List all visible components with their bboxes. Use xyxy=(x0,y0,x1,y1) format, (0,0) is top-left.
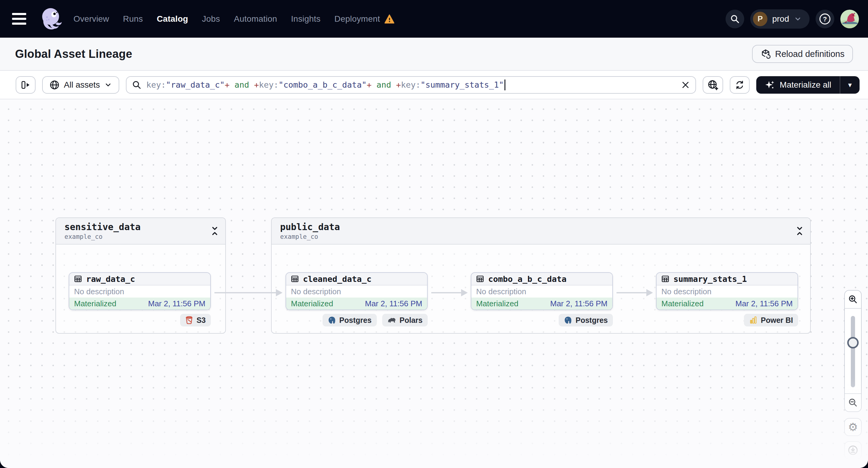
nav-item-jobs[interactable]: Jobs xyxy=(202,14,220,24)
zoom-slider-handle[interactable] xyxy=(847,337,859,348)
postgres-icon xyxy=(564,316,572,324)
nav-item-deployment-label: Deployment xyxy=(334,14,380,24)
help-button[interactable]: ? xyxy=(815,10,834,28)
nav-item-overview[interactable]: Overview xyxy=(73,14,109,24)
materialization-timestamp[interactable]: Mar 2, 11:56 PM xyxy=(148,299,206,308)
top-nav-right: P prod ? xyxy=(725,9,859,29)
user-avatar[interactable] xyxy=(840,10,859,28)
nav-item-deployment[interactable]: Deployment xyxy=(334,14,394,24)
status-badge: Materialized xyxy=(476,299,518,308)
tag-label: Polars xyxy=(400,316,423,325)
download-image-button[interactable] xyxy=(844,441,862,459)
collapse-group-icon[interactable] xyxy=(211,226,219,237)
tag-label: Postgres xyxy=(339,316,372,325)
asset-node-header: cleaned_data_c xyxy=(286,273,427,285)
graph-settings-button[interactable]: ⚙ xyxy=(844,418,862,436)
chevron-down-icon xyxy=(794,15,802,23)
collapse-group-icon[interactable] xyxy=(796,226,804,237)
asset-selection-input[interactable]: key:"raw_data_c"+ and +key:"combo_a_b_c_… xyxy=(126,76,696,94)
lineage-toolbar: All assets key:"raw_data_c"+ and +key:"c… xyxy=(0,71,868,99)
nav-item-automation[interactable]: Automation xyxy=(234,14,277,24)
s3-icon xyxy=(185,316,193,324)
global-search-button[interactable] xyxy=(725,10,744,28)
nav-item-catalog[interactable]: Catalog xyxy=(157,14,188,24)
zoom-slider-track[interactable] xyxy=(851,316,855,387)
lineage-edge xyxy=(214,292,276,293)
asset-name: raw_data_c xyxy=(86,274,135,284)
hamburger-menu-icon[interactable] xyxy=(12,9,31,29)
polars-icon xyxy=(387,316,396,324)
reload-definitions-button[interactable]: Reload definitions xyxy=(752,45,853,63)
top-nav: Overview Runs Catalog Jobs Automation In… xyxy=(0,0,868,38)
asset-scope-dropdown[interactable]: All assets xyxy=(42,76,119,94)
asset-name: summary_stats_1 xyxy=(674,274,747,284)
tag-s3[interactable]: S3 xyxy=(180,314,211,326)
asset-status-row: Materialized Mar 2, 11:56 PM xyxy=(471,298,612,310)
query-token: key: xyxy=(259,80,279,89)
query-token: key: xyxy=(401,80,421,89)
lineage-canvas[interactable]: sensitive_data example_co public_data ex… xyxy=(0,99,868,468)
asset-scope-label: All assets xyxy=(64,80,100,90)
materialize-options-caret[interactable]: ▾ xyxy=(840,76,860,94)
group-repo-label: example_co xyxy=(280,233,802,240)
view-graph-scope-button[interactable] xyxy=(703,76,723,94)
group-title: public_data xyxy=(280,222,802,232)
tag-postgres[interactable]: Postgres xyxy=(322,314,377,326)
nav-item-insights[interactable]: Insights xyxy=(291,14,320,24)
asset-status-row: Materialized Mar 2, 11:56 PM xyxy=(69,298,210,310)
tag-postgres[interactable]: Postgres xyxy=(559,314,613,326)
help-icon: ? xyxy=(818,13,831,25)
zoom-control-panel xyxy=(844,290,862,412)
asset-node-combo-a-b-c-data[interactable]: combo_a_b_c_data No description Material… xyxy=(471,272,613,310)
table-icon xyxy=(476,275,484,283)
materialization-timestamp[interactable]: Mar 2, 11:56 PM xyxy=(365,299,422,308)
reload-cube-icon xyxy=(761,49,771,59)
asset-node-summary-stats-1[interactable]: summary_stats_1 No description Materiali… xyxy=(656,272,798,310)
query-token: key: xyxy=(146,80,166,89)
query-token: "combo_a_b_c_data" xyxy=(279,80,367,89)
asset-description: No description xyxy=(657,285,798,298)
query-token: + xyxy=(396,80,401,89)
chevron-down-icon xyxy=(104,81,112,89)
tag-polars[interactable]: Polars xyxy=(382,314,428,326)
asset-node-cleaned-data-c[interactable]: cleaned_data_c No description Materializ… xyxy=(285,272,428,310)
query-token: + xyxy=(254,80,259,89)
query-token: + xyxy=(367,80,371,89)
query-token: "raw_data_c" xyxy=(166,80,225,89)
group-header[interactable]: sensitive_data example_co xyxy=(56,218,225,245)
materialize-all-label: Materialize all xyxy=(780,80,831,90)
search-icon xyxy=(132,80,142,90)
asset-tags-summary-stats-1: Power BI xyxy=(656,314,798,326)
open-sidebar-panel-button[interactable] xyxy=(16,76,35,94)
close-icon xyxy=(681,81,690,89)
globe-plus-icon xyxy=(708,80,718,90)
environment-avatar: P xyxy=(753,12,767,26)
dagster-octopus-logo[interactable] xyxy=(38,5,64,33)
zoom-out-button[interactable] xyxy=(845,393,861,411)
asset-name: cleaned_data_c xyxy=(303,274,372,284)
page-header: Global Asset Lineage Reload definitions xyxy=(0,38,868,71)
environment-label: prod xyxy=(772,14,789,24)
nav-item-runs[interactable]: Runs xyxy=(123,14,143,24)
clear-query-button[interactable] xyxy=(681,81,690,89)
refresh-button[interactable] xyxy=(730,76,750,94)
asset-tags-cleaned-data-c: Postgres Polars xyxy=(285,314,428,326)
lineage-edge xyxy=(431,292,461,293)
materialization-timestamp[interactable]: Mar 2, 11:56 PM xyxy=(550,299,608,308)
asset-tags-combo-a-b-c-data: Postgres xyxy=(471,314,613,326)
asset-node-raw-data-c[interactable]: raw_data_c No description Materialized M… xyxy=(69,272,211,310)
asset-status-row: Materialized Mar 2, 11:56 PM xyxy=(286,298,427,310)
group-header[interactable]: public_data example_co xyxy=(272,218,810,245)
tag-power-bi[interactable]: Power BI xyxy=(744,314,798,326)
materialize-all-button[interactable]: Materialize all xyxy=(756,76,840,94)
zoom-in-icon xyxy=(848,294,858,304)
powerbi-icon xyxy=(749,316,757,324)
query-token: and xyxy=(229,80,254,89)
environment-switcher[interactable]: P prod xyxy=(750,9,810,29)
asset-name: combo_a_b_c_data xyxy=(488,274,566,284)
zoom-slider[interactable] xyxy=(845,309,861,393)
lineage-edge xyxy=(617,292,647,293)
materialization-timestamp[interactable]: Mar 2, 11:56 PM xyxy=(736,299,793,308)
page-title: Global Asset Lineage xyxy=(15,48,132,61)
zoom-in-button[interactable] xyxy=(845,291,861,309)
